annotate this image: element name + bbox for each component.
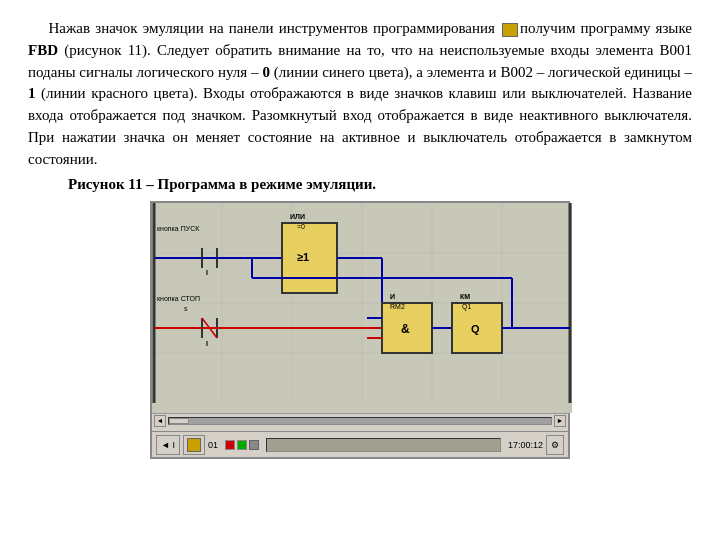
taskbar-nav-btn[interactable]: ◄ I bbox=[156, 435, 180, 455]
indicator-group bbox=[225, 440, 259, 450]
zero-value: 0 bbox=[262, 64, 270, 80]
svg-text:s: s bbox=[184, 305, 188, 312]
scroll-thumb[interactable] bbox=[169, 418, 189, 424]
indicator-green bbox=[237, 440, 247, 450]
scroll-right-btn[interactable]: ► bbox=[554, 415, 566, 427]
taskbar-settings-btn[interactable]: ⚙ bbox=[546, 435, 564, 455]
one-value: 1 bbox=[28, 85, 36, 101]
caption-text: Рисунок 11 – Программа в режиме эмуляции… bbox=[68, 176, 376, 192]
figure-caption: Рисунок 11 – Программа в режиме эмуляции… bbox=[68, 176, 692, 193]
svg-text:ИЛИ: ИЛИ bbox=[290, 213, 305, 220]
svg-text:RM2: RM2 bbox=[390, 303, 405, 310]
svg-text:I: I bbox=[206, 269, 208, 276]
diagram-wrapper: кнопка ПУСК I ИЛИ =0 ≥1 bbox=[150, 201, 570, 459]
taskbar: ◄ I 01 17:00:12 ⚙ bbox=[152, 431, 568, 457]
indicator-red bbox=[225, 440, 235, 450]
ladder-diagram[interactable]: кнопка ПУСК I ИЛИ =0 ≥1 bbox=[152, 203, 572, 413]
taskbar-label-01: 01 bbox=[208, 440, 218, 450]
svg-text:I: I bbox=[206, 340, 208, 347]
fbd-label: FBD bbox=[28, 42, 58, 58]
taskbar-icon[interactable] bbox=[183, 435, 205, 455]
diagram-container: кнопка ПУСК I ИЛИ =0 ≥1 bbox=[28, 201, 692, 459]
svg-text:Q: Q bbox=[471, 323, 480, 335]
scroll-track bbox=[168, 417, 552, 425]
svg-text:&: & bbox=[401, 322, 410, 336]
svg-text:КМ: КМ bbox=[460, 293, 470, 300]
emulation-icon bbox=[502, 23, 518, 37]
label-knopka-stop: кнопка СТОП bbox=[157, 295, 200, 302]
paragraph-1: Нажав значок эмуляции на панели инструме… bbox=[28, 18, 692, 170]
page: Нажав значок эмуляции на панели инструме… bbox=[0, 0, 720, 540]
svg-text:Q1: Q1 bbox=[462, 303, 471, 311]
svg-text:=0: =0 bbox=[297, 223, 305, 230]
label-knopka-pusk: кнопка ПУСК bbox=[157, 225, 200, 232]
scroll-left-btn[interactable]: ◄ bbox=[154, 415, 166, 427]
svg-rect-16 bbox=[282, 223, 337, 293]
diagram-scrollbar[interactable]: ◄ ► bbox=[152, 413, 568, 427]
svg-text:И: И bbox=[390, 293, 395, 300]
svg-text:≥1: ≥1 bbox=[297, 251, 309, 263]
main-text: Нажав значок эмуляции на панели инструме… bbox=[28, 18, 692, 170]
progress-bar-area bbox=[266, 438, 501, 452]
indicator-gray bbox=[249, 440, 259, 450]
taskbar-time: 17:00:12 bbox=[508, 440, 543, 450]
